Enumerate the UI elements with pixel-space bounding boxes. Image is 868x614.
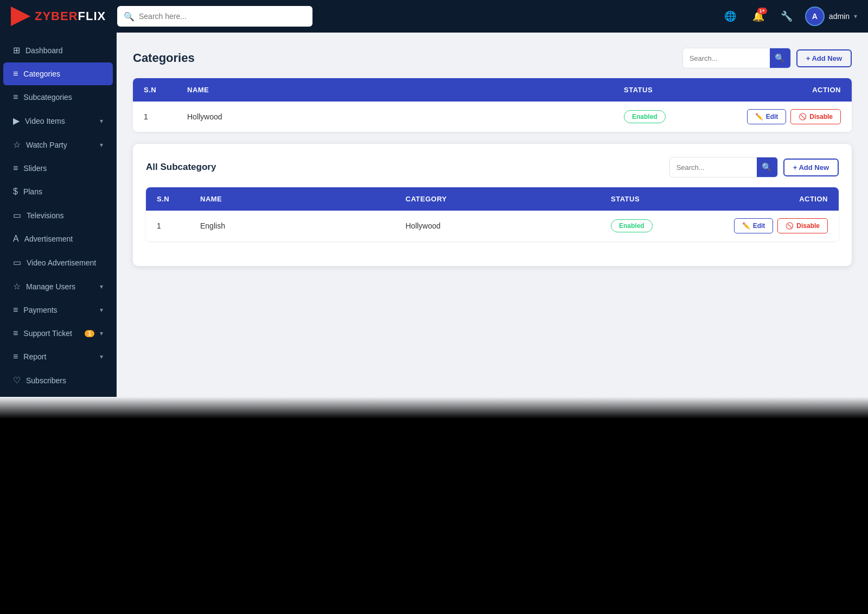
content-area: Categories 🔍 + Add New S.N Name Status A…: [117, 33, 868, 397]
logo-text: ZYBERFLIX: [35, 9, 106, 23]
sidebar-item-label: Manage Users: [26, 282, 94, 291]
sidebar-item-label: Categories: [23, 69, 103, 78]
sidebar-item-subcategories[interactable]: ≡ Subcategories: [3, 86, 113, 109]
sidebar-item-video-advertisement[interactable]: ▭ Video Advertisement: [3, 251, 113, 274]
sidebar-item-advertisement[interactable]: A Advertisement: [3, 227, 113, 250]
sidebar-item-support-ticket[interactable]: ≡ Support Ticket 1 ▾: [3, 322, 113, 345]
sidebar-item-label: Video Advertisement: [27, 258, 103, 267]
disable-label: Disable: [796, 222, 820, 230]
sub-row-sn: 1: [157, 221, 200, 230]
sidebar-item-label: Plans: [23, 187, 103, 196]
categories-search-input[interactable]: [683, 54, 770, 62]
settings-icon-btn[interactable]: 🔧: [777, 7, 796, 26]
sub-row-name: English: [200, 221, 406, 230]
subcategory-table: S.N Name Category Status Action 1 Englis…: [146, 187, 839, 241]
subscribers-icon: ♡: [13, 375, 21, 385]
sidebar-item-label: Report: [23, 352, 94, 361]
pencil-icon: ✏️: [755, 113, 763, 121]
globe-icon-btn[interactable]: 🌐: [720, 7, 740, 26]
report-icon: ≡: [13, 352, 18, 362]
sidebar-item-plans[interactable]: $ Plans: [3, 180, 113, 203]
bottom-overlay: [0, 397, 868, 614]
categories-search-box: 🔍: [682, 48, 791, 68]
categories-search-button[interactable]: 🔍: [770, 48, 790, 68]
sidebar-item-watch-party[interactable]: ☆ Watch Party ▾: [3, 133, 113, 156]
sub-row-actions: ✏️ Edit 🚫 Disable: [719, 218, 828, 233]
notifications-icon-btn[interactable]: 🔔 1+: [749, 7, 768, 26]
categories-header-right: 🔍 + Add New: [682, 48, 852, 68]
sidebar-item-report[interactable]: ≡ Report ▾: [3, 345, 113, 368]
sub-col-sn: S.N: [157, 195, 200, 203]
table-row: 1 Hollywood Enabled ✏️ Edit 🚫 Disable: [133, 102, 852, 132]
advertisement-icon: A: [13, 234, 19, 244]
sidebar-item-dashboard[interactable]: ⊞ Dashboard: [3, 39, 113, 62]
sub-col-category: Category: [406, 195, 611, 203]
logo-suffix: FLIX: [78, 9, 106, 23]
sidebar-item-label: Subscribers: [26, 376, 103, 385]
chevron-down-icon: ▾: [100, 353, 103, 360]
payments-icon: ≡: [13, 305, 18, 315]
ban-icon: 🚫: [799, 113, 807, 121]
sidebar-item-televisions[interactable]: ▭ Televisions: [3, 204, 113, 227]
video-items-icon: ▶: [13, 116, 20, 126]
subcategory-search-box: 🔍: [669, 157, 778, 178]
row-sn: 1: [144, 112, 187, 121]
sidebar-item-manage-users[interactable]: ☆ Manage Users ▾: [3, 275, 113, 298]
topnav: ZYBERFLIX 🔍 🌐 🔔 1+ 🔧 A admin ▾: [0, 0, 868, 33]
sub-col-name: Name: [200, 195, 406, 203]
sub-edit-button[interactable]: ✏️ Edit: [734, 218, 774, 233]
manage-users-icon: ☆: [13, 281, 21, 292]
televisions-icon: ▭: [13, 210, 21, 220]
disable-label: Disable: [809, 113, 833, 121]
search-input[interactable]: [139, 12, 306, 21]
logo-prefix: ZYBER: [35, 9, 78, 23]
chevron-down-icon: ▾: [100, 330, 103, 337]
sidebar-item-subscribers[interactable]: ♡ Subscribers: [3, 369, 113, 392]
chevron-down-icon: ▾: [100, 141, 103, 149]
nav-right: 🌐 🔔 1+ 🔧 A admin ▾: [720, 7, 857, 26]
watch-party-icon: ☆: [13, 140, 21, 150]
col-status: Status: [624, 86, 732, 94]
chevron-down-icon: ▾: [100, 306, 103, 314]
admin-area[interactable]: A admin ▾: [805, 7, 857, 26]
sidebar-item-label: Watch Party: [26, 141, 94, 149]
search-bar: 🔍: [117, 6, 312, 27]
subcategory-add-new-button[interactable]: + Add New: [783, 159, 839, 176]
chevron-down-icon: ▾: [100, 283, 103, 290]
sub-col-action: Action: [719, 195, 828, 203]
status-badge: Enabled: [624, 110, 666, 123]
sub-row-status: Enabled: [611, 219, 719, 232]
sidebar-item-categories[interactable]: ≡ Categories: [3, 62, 113, 85]
sidebar-item-label: Dashboard: [25, 46, 103, 55]
col-name: Name: [187, 86, 624, 94]
subcategory-title: All Subcategory: [146, 162, 216, 173]
table-row: 1 English Hollywood Enabled ✏️ Edit 🚫 D: [146, 211, 839, 241]
sidebar-item-video-items[interactable]: ▶ Video Items ▾: [3, 109, 113, 132]
sidebar-item-label: Televisions: [27, 211, 103, 220]
sub-disable-button[interactable]: 🚫 Disable: [777, 218, 828, 233]
pencil-icon: ✏️: [742, 222, 750, 230]
categories-header: Categories 🔍 + Add New: [133, 48, 852, 68]
sidebar-item-label: Subcategories: [23, 93, 103, 102]
categories-table-head: S.N Name Status Action: [133, 78, 852, 102]
sub-row-category: Hollywood: [406, 221, 611, 230]
sidebar-item-label: Payments: [23, 306, 94, 314]
subcategory-header-right: 🔍 + Add New: [669, 157, 839, 178]
subcategory-search-input[interactable]: [670, 163, 757, 172]
subcategory-search-button[interactable]: 🔍: [757, 157, 777, 178]
disable-button[interactable]: 🚫 Disable: [790, 109, 841, 124]
sidebar-item-sliders[interactable]: ≡ Sliders: [3, 157, 113, 180]
sidebar-item-payments[interactable]: ≡ Payments ▾: [3, 299, 113, 321]
sidebar-item-label: Video Items: [25, 117, 94, 125]
logo-icon: [11, 7, 30, 26]
categories-add-new-button[interactable]: + Add New: [796, 49, 852, 67]
sidebar-item-label: Sliders: [23, 164, 103, 173]
sidebar-item-label: Support Ticket: [23, 329, 79, 338]
edit-label: Edit: [753, 222, 765, 230]
row-status: Enabled: [624, 110, 732, 123]
row-name: Hollywood: [187, 112, 624, 121]
row-actions: ✏️ Edit 🚫 Disable: [732, 109, 841, 124]
search-icon: 🔍: [124, 11, 135, 22]
main-layout: ⊞ Dashboard ≡ Categories ≡ Subcategories…: [0, 33, 868, 397]
edit-button[interactable]: ✏️ Edit: [747, 109, 787, 124]
